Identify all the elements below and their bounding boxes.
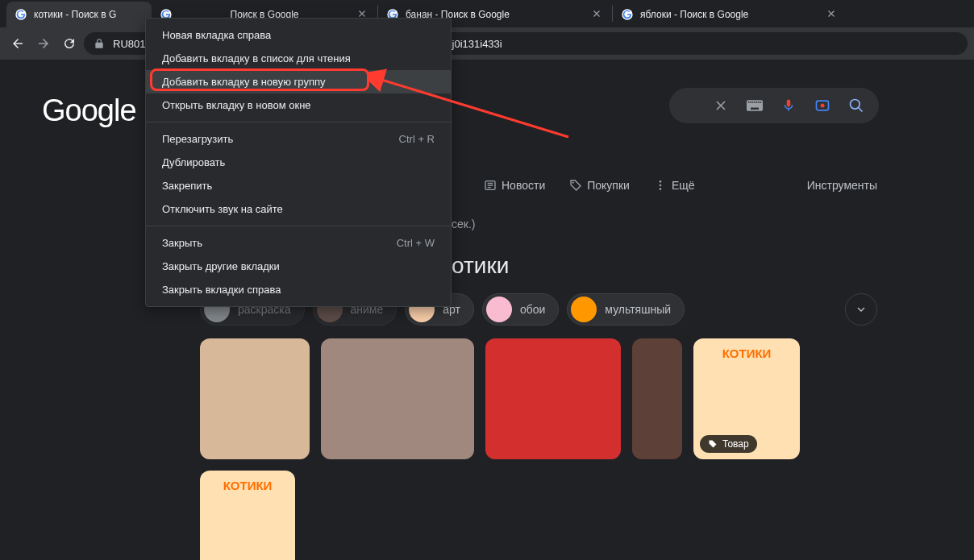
- back-button[interactable]: [6, 32, 29, 55]
- context-menu-item[interactable]: Закрепить: [146, 174, 451, 197]
- tab-title: котики - Поиск в G: [34, 9, 144, 20]
- more-chips-button[interactable]: [845, 293, 877, 326]
- svg-rect-5: [748, 102, 750, 103]
- tab-title: яблоки - Поиск в Google: [640, 9, 819, 20]
- close-icon[interactable]: [826, 8, 839, 21]
- context-menu-item[interactable]: Новая вкладка справа: [146, 23, 451, 47]
- nav-news[interactable]: Новости: [484, 179, 545, 192]
- news-icon: [484, 179, 497, 192]
- svg-rect-7: [752, 102, 754, 103]
- svg-rect-8: [754, 102, 755, 103]
- tag-icon: [569, 179, 582, 192]
- browser-tab[interactable]: яблоки - Поиск в Google: [613, 2, 847, 27]
- nav-shopping[interactable]: Покупки: [569, 179, 630, 192]
- context-menu-item[interactable]: Добавить вкладку в список для чтения: [146, 47, 451, 70]
- result-stats: сек.): [452, 218, 475, 230]
- context-menu-item[interactable]: Отключить звук на сайте: [146, 197, 451, 221]
- browser-tab[interactable]: котики - Поиск в G: [6, 2, 152, 27]
- image-result[interactable]: КОТИКИТовар: [693, 338, 800, 459]
- context-menu-item[interactable]: Открыть вкладку в новом окне: [146, 93, 451, 117]
- chevron-down-icon: [855, 303, 868, 316]
- lock-icon: [94, 38, 105, 49]
- image-result[interactable]: КОТИКИТовар: [200, 471, 295, 560]
- clear-icon[interactable]: [713, 97, 729, 114]
- close-icon[interactable]: [591, 8, 604, 21]
- tab-context-menu: Новая вкладка справаДобавить вкладку в с…: [145, 18, 452, 307]
- chip-thumbnail: [486, 297, 512, 322]
- filter-chip[interactable]: обои: [482, 293, 559, 326]
- nav-more[interactable]: Ещё: [654, 179, 695, 192]
- chip-thumbnail: [571, 297, 597, 322]
- search-icon[interactable]: [848, 97, 864, 114]
- nav-tools[interactable]: Инструменты: [807, 179, 877, 192]
- keyboard-icon[interactable]: [747, 97, 763, 114]
- image-result[interactable]: [200, 338, 310, 459]
- svg-rect-9: [756, 102, 758, 103]
- image-search-icon[interactable]: [814, 97, 830, 114]
- svg-rect-12: [751, 108, 759, 110]
- svg-point-14: [821, 104, 825, 108]
- context-menu-item[interactable]: Дублировать: [146, 151, 451, 174]
- svg-rect-11: [760, 102, 762, 103]
- context-menu-item[interactable]: Добавить вкладку в новую группу: [146, 70, 451, 93]
- svg-point-19: [660, 185, 662, 187]
- forward-button[interactable]: [32, 32, 55, 55]
- svg-point-18: [660, 180, 662, 183]
- context-menu-item[interactable]: ПерезагрузитьCtrl + R: [146, 127, 451, 151]
- more-vertical-icon: [654, 179, 667, 192]
- filter-chip[interactable]: мультяшный: [567, 293, 685, 326]
- image-results-grid: КОТИКИТоварКОТИКИТоварКОТИКИ: [200, 338, 877, 560]
- svg-point-17: [572, 182, 574, 184]
- image-result[interactable]: [321, 338, 474, 459]
- search-bar-actions: [669, 88, 879, 123]
- svg-rect-10: [758, 102, 760, 103]
- google-favicon: [621, 8, 634, 21]
- results-heading: отики: [452, 253, 509, 279]
- svg-point-15: [851, 100, 860, 110]
- product-badge: Товар: [700, 435, 757, 453]
- svg-point-20: [660, 188, 662, 190]
- search-nav: Новости Покупки Ещё: [484, 179, 695, 192]
- google-logo[interactable]: Google: [42, 93, 136, 128]
- context-menu-item[interactable]: Закрыть вкладки справа: [146, 278, 451, 301]
- svg-rect-6: [750, 102, 751, 103]
- reload-button[interactable]: [58, 32, 81, 55]
- image-result[interactable]: [485, 338, 621, 459]
- image-result[interactable]: [632, 338, 682, 459]
- voice-search-icon[interactable]: [780, 97, 797, 114]
- google-favicon: [15, 8, 27, 21]
- context-menu-item[interactable]: ЗакрытьCtrl + W: [146, 231, 451, 255]
- context-menu-item[interactable]: Закрыть другие вкладки: [146, 255, 451, 278]
